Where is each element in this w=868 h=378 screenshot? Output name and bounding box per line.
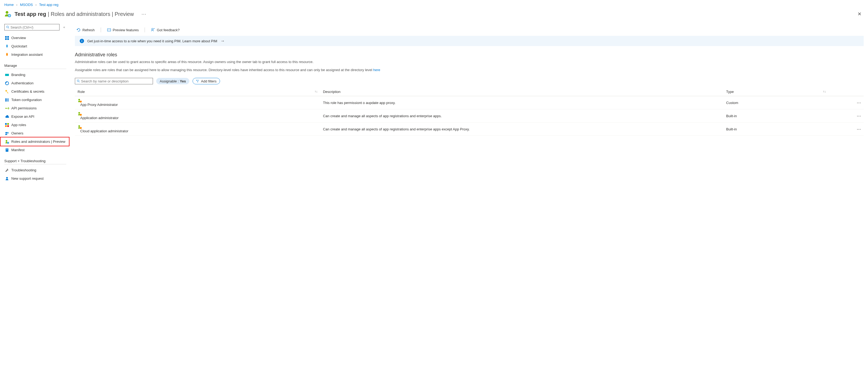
- assignable-filter-pill[interactable]: Assignable : Yes: [156, 78, 189, 84]
- sidebar-item-troubleshooting[interactable]: Troubleshooting: [4, 166, 69, 174]
- role-icon: [78, 98, 317, 103]
- svg-point-37: [79, 125, 80, 127]
- svg-rect-12: [7, 98, 7, 101]
- col-type[interactable]: Type↑↓: [723, 88, 829, 96]
- sidebar-item-roles-and-administrators-preview[interactable]: Roles and administrators | Preview: [1, 137, 69, 146]
- svg-rect-5: [7, 36, 9, 38]
- svg-rect-7: [7, 38, 9, 40]
- breadcrumb-app[interactable]: Test app reg: [39, 3, 58, 7]
- table-row[interactable]: Cloud application administratorCan creat…: [75, 123, 864, 136]
- preview-icon: [107, 28, 111, 32]
- roles-table: Role↑↓ Description Type↑↓ App Proxy Admi…: [75, 88, 864, 136]
- search-icon: [6, 26, 9, 29]
- role-icon: [78, 125, 317, 129]
- feedback-icon: [151, 28, 155, 32]
- svg-rect-8: [5, 74, 9, 76]
- sidebar-item-branding[interactable]: Branding: [4, 70, 69, 79]
- sidebar-item-token-configuration[interactable]: Token configuration: [4, 96, 69, 104]
- toolbar-divider: [101, 27, 101, 32]
- rocket-blue-icon: [5, 44, 9, 49]
- sidebar-item-label: Quickstart: [11, 44, 27, 48]
- sidebar-item-label: App roles: [11, 123, 26, 127]
- col-role[interactable]: Role↑↓: [75, 88, 320, 96]
- sidebar-item-new-support-request[interactable]: New support request: [4, 174, 69, 183]
- breadcrumb-sep: ›: [16, 3, 17, 7]
- sidebar-item-overview[interactable]: Overview: [4, 34, 69, 42]
- sidebar-section-manage: Manage: [4, 64, 66, 69]
- page-title: Test app reg: [14, 11, 46, 17]
- auth-icon: [5, 81, 9, 85]
- role-icon: [78, 112, 317, 116]
- breadcrumb-home[interactable]: Home: [4, 3, 14, 7]
- key-icon: [5, 89, 9, 94]
- breadcrumb: Home › MSODS › Test app reg: [0, 0, 868, 8]
- sidebar-item-app-roles[interactable]: App roles: [4, 121, 69, 129]
- sidebar-item-expose-an-api[interactable]: Expose an API: [4, 112, 69, 121]
- sidebar-item-api-permissions[interactable]: API permissions: [4, 104, 69, 112]
- more-actions-icon[interactable]: ⋯: [142, 11, 146, 17]
- svg-point-0: [6, 11, 8, 14]
- sidebar-item-quickstart[interactable]: Quickstart: [4, 42, 69, 50]
- row-more-icon[interactable]: ⋯: [829, 109, 864, 123]
- row-more-icon[interactable]: ⋯: [829, 123, 864, 136]
- svg-point-14: [5, 108, 6, 109]
- breadcrumb-org[interactable]: MSODS: [20, 3, 33, 7]
- svg-point-22: [7, 142, 9, 144]
- sidebar-item-manifest[interactable]: Manifest: [4, 146, 69, 154]
- api-perm-icon: [5, 106, 9, 111]
- col-description[interactable]: Description: [320, 88, 723, 96]
- sidebar-item-label: Manifest: [11, 148, 25, 152]
- sidebar-item-certificates-secrets[interactable]: Certificates & secrets: [4, 87, 69, 96]
- here-link[interactable]: here: [373, 68, 380, 72]
- svg-rect-27: [107, 29, 111, 31]
- manifest-icon: [5, 148, 9, 152]
- svg-point-30: [152, 28, 153, 30]
- refresh-icon: [76, 28, 81, 32]
- title-bar: Test app reg | Roles and administrators …: [0, 8, 868, 24]
- role-name: App Proxy Administrator: [80, 103, 118, 107]
- preview-label: Preview features: [113, 28, 139, 32]
- filter-row: Assignable : Yes Add filters: [75, 78, 864, 84]
- sidebar-item-integration-assistant[interactable]: Integration assistant: [4, 50, 69, 59]
- add-filters-pill[interactable]: Add filters: [192, 78, 220, 84]
- svg-rect-11: [5, 98, 6, 101]
- token-icon: [5, 98, 9, 102]
- section-title: Administrative roles: [75, 52, 864, 58]
- collapse-sidebar-icon[interactable]: «: [63, 25, 65, 29]
- feedback-button[interactable]: Got feedback?: [149, 27, 181, 33]
- sidebar-item-owners[interactable]: Owners: [4, 129, 69, 137]
- sidebar-item-label: API permissions: [11, 106, 37, 110]
- main-content: Refresh Preview features Got feedback? i…: [69, 24, 868, 188]
- svg-point-9: [5, 82, 9, 85]
- filter-search-input[interactable]: [81, 79, 151, 83]
- role-type: Custom: [723, 96, 829, 109]
- filter-search-box[interactable]: [75, 78, 153, 84]
- row-more-icon[interactable]: ⋯: [829, 96, 864, 109]
- svg-rect-13: [8, 98, 9, 101]
- refresh-button[interactable]: Refresh: [75, 27, 96, 33]
- svg-rect-17: [5, 125, 7, 127]
- role-name: Application administrator: [80, 116, 119, 120]
- section-desc-2: Assignable roles are roles that can be a…: [75, 67, 864, 73]
- sidebar-search-input[interactable]: [10, 25, 58, 29]
- breadcrumb-sep: ›: [36, 3, 37, 7]
- support-icon: [5, 176, 9, 181]
- add-filters-label: Add filters: [201, 79, 217, 83]
- role-type: Built-in: [723, 109, 829, 123]
- preview-features-button[interactable]: Preview features: [105, 27, 141, 33]
- close-icon[interactable]: ✕: [855, 9, 864, 19]
- table-row[interactable]: App Proxy AdministratorThis role has per…: [75, 96, 864, 109]
- feedback-label: Got feedback?: [157, 28, 180, 32]
- role-name: Cloud application administrator: [80, 129, 128, 133]
- sidebar-search-box[interactable]: [4, 24, 60, 30]
- svg-point-34: [80, 101, 82, 103]
- info-banner[interactable]: i Get just-in-time access to a role when…: [75, 36, 864, 46]
- sidebar-item-authentication[interactable]: Authentication: [4, 79, 69, 87]
- sidebar-item-label: Authentication: [11, 81, 33, 85]
- svg-point-29: [109, 30, 110, 30]
- table-row[interactable]: Application administratorCan create and …: [75, 109, 864, 123]
- sidebar-item-label: Integration assistant: [11, 53, 42, 57]
- toolbar-divider: [145, 27, 145, 32]
- toolbar: Refresh Preview features Got feedback?: [75, 24, 864, 36]
- svg-rect-24: [6, 149, 8, 149]
